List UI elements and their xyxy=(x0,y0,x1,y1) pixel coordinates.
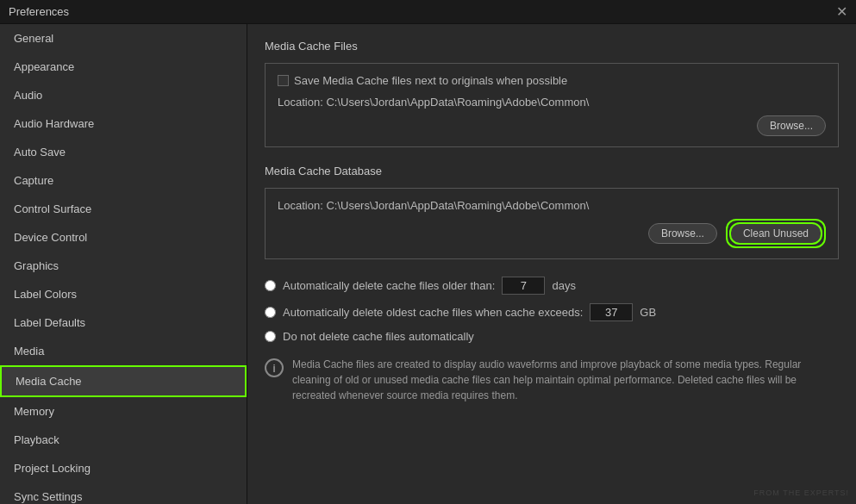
clean-unused-highlight: Clean Unused xyxy=(726,219,826,248)
sidebar-item-appearance[interactable]: Appearance xyxy=(0,53,247,81)
files-browse-row: Browse... xyxy=(278,115,826,136)
auto-delete-radio[interactable] xyxy=(265,280,276,291)
auto-oldest-row: Automatically delete oldest cache files … xyxy=(265,303,839,321)
media-cache-files-box: Save Media Cache files next to originals… xyxy=(265,63,839,147)
db-location-row: Location: C:\Users\Jordan\AppData\Roamin… xyxy=(278,199,826,212)
save-cache-checkbox[interactable] xyxy=(278,75,289,86)
title-bar: Preferences ✕ xyxy=(0,0,856,24)
no-delete-row: Do not delete cache files automatically xyxy=(265,330,839,343)
preferences-window: Preferences ✕ GeneralAppearanceAudioAudi… xyxy=(0,0,856,504)
clean-unused-button[interactable]: Clean Unused xyxy=(729,222,822,245)
sidebar-item-playback[interactable]: Playback xyxy=(0,426,247,454)
auto-oldest-label: Automatically delete oldest cache files … xyxy=(283,306,583,319)
info-box: i Media Cache files are created to displ… xyxy=(265,357,839,403)
auto-delete-days-input[interactable] xyxy=(502,277,545,295)
no-delete-radio[interactable] xyxy=(265,331,276,342)
files-browse-button[interactable]: Browse... xyxy=(757,115,826,136)
media-cache-files-section: Media Cache Files Save Media Cache files… xyxy=(265,40,839,147)
media-cache-db-box: Location: C:\Users\Jordan\AppData\Roamin… xyxy=(265,188,839,259)
sidebar-item-label-defaults[interactable]: Label Defaults xyxy=(0,308,247,337)
sidebar-item-auto-save[interactable]: Auto Save xyxy=(0,138,247,166)
no-delete-label: Do not delete cache files automatically xyxy=(283,330,474,343)
sidebar-item-project-locking[interactable]: Project Locking xyxy=(0,454,247,482)
auto-oldest-unit: GB xyxy=(640,306,656,319)
db-browse-button[interactable]: Browse... xyxy=(648,223,717,244)
db-browse-row: Browse... Clean Unused xyxy=(278,219,826,248)
options-section: Automatically delete cache files older t… xyxy=(265,277,839,343)
files-location-row: Location: C:\Users\Jordan\AppData\Roamin… xyxy=(278,96,826,109)
sidebar-item-media[interactable]: Media xyxy=(0,337,247,365)
watermark: FROM THE EXPERTS! xyxy=(753,488,849,497)
sidebar-item-device-control[interactable]: Device Control xyxy=(0,223,247,252)
media-cache-files-title: Media Cache Files xyxy=(265,40,839,53)
save-cache-label: Save Media Cache files next to originals… xyxy=(294,74,567,87)
sidebar-item-label-colors[interactable]: Label Colors xyxy=(0,280,247,308)
sidebar-item-control-surface[interactable]: Control Surface xyxy=(0,195,247,223)
window-title: Preferences xyxy=(9,5,69,18)
info-text: Media Cache files are created to display… xyxy=(292,357,839,403)
auto-delete-row: Automatically delete cache files older t… xyxy=(265,277,839,295)
db-location-label: Location: xyxy=(278,199,323,212)
main-content: Media Cache Files Save Media Cache files… xyxy=(247,24,856,504)
save-cache-row: Save Media Cache files next to originals… xyxy=(278,74,826,87)
auto-oldest-radio[interactable] xyxy=(265,307,276,318)
auto-delete-label: Automatically delete cache files older t… xyxy=(283,279,495,292)
sidebar-item-general[interactable]: General xyxy=(0,24,247,53)
sidebar-item-capture[interactable]: Capture xyxy=(0,166,247,195)
sidebar-item-media-cache[interactable]: Media Cache xyxy=(0,365,247,397)
files-location-path: C:\Users\Jordan\AppData\Roaming\Adobe\Co… xyxy=(326,96,589,109)
window-body: GeneralAppearanceAudioAudio HardwareAuto… xyxy=(0,24,856,504)
sidebar-item-graphics[interactable]: Graphics xyxy=(0,252,247,280)
close-button[interactable]: ✕ xyxy=(836,5,847,19)
sidebar-item-sync-settings[interactable]: Sync Settings xyxy=(0,482,247,504)
db-location-path: C:\Users\Jordan\AppData\Roaming\Adobe\Co… xyxy=(326,199,589,212)
sidebar-item-audio-hardware[interactable]: Audio Hardware xyxy=(0,109,247,138)
sidebar: GeneralAppearanceAudioAudio HardwareAuto… xyxy=(0,24,247,504)
files-location-label: Location: xyxy=(278,96,323,109)
auto-oldest-gb-input[interactable] xyxy=(590,303,633,321)
sidebar-item-memory[interactable]: Memory xyxy=(0,397,247,426)
sidebar-item-audio[interactable]: Audio xyxy=(0,81,247,109)
info-icon: i xyxy=(265,358,284,377)
media-cache-db-section: Media Cache Database Location: C:\Users\… xyxy=(265,165,839,259)
media-cache-db-title: Media Cache Database xyxy=(265,165,839,177)
auto-delete-unit: days xyxy=(552,279,575,292)
